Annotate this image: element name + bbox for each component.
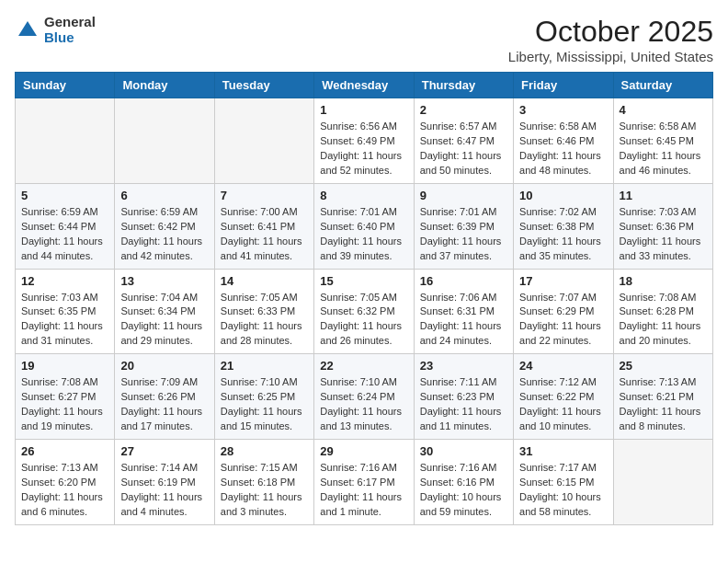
cell-text-line: Daylight: 11 hours and 33 minutes. [620,236,701,261]
calendar-body: 1Sunrise: 6:56 AMSunset: 6:49 PMDaylight… [16,98,713,525]
day-number: 7 [221,189,308,202]
calendar-week-row: 5Sunrise: 6:59 AMSunset: 6:44 PMDaylight… [16,183,713,269]
day-number: 23 [420,359,507,373]
cell-text-line: Sunrise: 6:59 AM [21,206,98,217]
cell-text-line: Daylight: 11 hours and 15 minutes. [221,406,302,431]
day-number: 12 [21,274,108,288]
calendar-cell [115,98,214,184]
cell-text-line: Daylight: 11 hours and 41 minutes. [221,236,302,261]
calendar-cell: 2Sunrise: 6:57 AMSunset: 6:47 PMDaylight… [414,98,513,184]
cell-text-line: Daylight: 11 hours and 44 minutes. [21,236,103,261]
calendar-cell: 11Sunrise: 7:03 AMSunset: 6:36 PMDayligh… [613,183,712,269]
calendar-cell: 21Sunrise: 7:10 AMSunset: 6:25 PMDayligh… [214,354,313,440]
logo-general: General [44,15,96,30]
day-number: 10 [519,189,607,202]
day-number: 13 [120,274,208,288]
cell-text-line: Daylight: 11 hours and 28 minutes. [221,320,302,346]
cell-text-line: Daylight: 11 hours and 50 minutes. [420,150,502,176]
calendar-cell: 3Sunrise: 6:58 AMSunset: 6:46 PMDaylight… [514,98,613,184]
cell-text-line: Sunrise: 6:59 AM [120,206,198,217]
day-number: 24 [519,359,607,373]
day-number: 6 [120,189,208,202]
cell-text-line: Sunrise: 7:11 AM [420,376,497,387]
calendar-cell: 25Sunrise: 7:13 AMSunset: 6:21 PMDayligh… [613,354,712,440]
cell-text-line: Sunset: 6:44 PM [21,221,96,232]
day-number: 22 [320,359,407,373]
day-number: 18 [620,274,707,288]
cell-text-line: Sunrise: 7:16 AM [420,462,497,473]
day-number: 16 [420,274,507,288]
cell-text-line: Sunset: 6:23 PM [420,391,495,402]
day-number: 3 [519,103,607,117]
weekday-header-cell: Monday [115,73,214,98]
cell-text-line: Daylight: 11 hours and 1 minute. [320,491,402,517]
weekday-header-cell: Tuesday [214,73,313,98]
cell-text-line: Sunrise: 7:04 AM [120,292,198,303]
month-title: October 2025 [508,15,713,49]
day-number: 20 [120,359,208,373]
calendar-cell: 24Sunrise: 7:12 AMSunset: 6:22 PMDayligh… [514,354,613,440]
calendar-cell [214,98,313,184]
cell-text-line: Daylight: 11 hours and 52 minutes. [320,150,402,176]
calendar-cell: 1Sunrise: 6:56 AMSunset: 6:49 PMDaylight… [314,98,414,184]
calendar-table: SundayMondayTuesdayWednesdayThursdayFrid… [15,72,713,525]
cell-text-line: Sunrise: 7:05 AM [320,292,397,303]
cell-text-line: Sunset: 6:36 PM [620,221,694,232]
day-number: 15 [320,274,407,288]
cell-text-line: Sunset: 6:33 PM [221,305,295,316]
calendar-cell: 23Sunrise: 7:11 AMSunset: 6:23 PMDayligh… [414,354,513,440]
cell-text-line: Sunrise: 7:08 AM [620,292,697,303]
calendar-week-row: 26Sunrise: 7:13 AMSunset: 6:20 PMDayligh… [16,440,713,525]
day-number: 2 [420,103,507,117]
calendar-cell: 14Sunrise: 7:05 AMSunset: 6:33 PMDayligh… [214,269,313,354]
calendar-cell [613,440,712,525]
day-number: 19 [21,359,108,373]
cell-text-line: Sunset: 6:39 PM [420,221,495,232]
cell-text-line: Sunrise: 7:17 AM [519,462,597,473]
cell-text-line: Sunset: 6:38 PM [519,221,594,232]
cell-text-line: Daylight: 11 hours and 42 minutes. [120,236,202,261]
logo-icon [15,17,40,43]
cell-text-line: Sunset: 6:45 PM [620,135,694,146]
cell-text-line: Daylight: 11 hours and 46 minutes. [620,150,701,176]
cell-text-line: Sunrise: 7:12 AM [519,376,597,387]
cell-text-line: Daylight: 11 hours and 3 minutes. [221,491,302,517]
calendar-cell: 15Sunrise: 7:05 AMSunset: 6:32 PMDayligh… [314,269,414,354]
day-number: 30 [420,444,507,458]
cell-text-line: Sunrise: 7:06 AM [420,292,497,303]
day-number: 8 [320,189,407,202]
calendar-cell: 29Sunrise: 7:16 AMSunset: 6:17 PMDayligh… [314,440,414,525]
cell-text-line: Daylight: 11 hours and 22 minutes. [519,320,601,346]
calendar-cell: 31Sunrise: 7:17 AMSunset: 6:15 PMDayligh… [514,440,613,525]
cell-text-line: Daylight: 11 hours and 10 minutes. [519,406,601,431]
day-number: 28 [221,444,308,458]
calendar-cell: 13Sunrise: 7:04 AMSunset: 6:34 PMDayligh… [115,269,214,354]
weekday-header-cell: Thursday [414,73,513,98]
day-number: 31 [519,444,607,458]
cell-text-line: Sunrise: 7:16 AM [320,462,397,473]
calendar-cell: 10Sunrise: 7:02 AMSunset: 6:38 PMDayligh… [514,183,613,269]
logo-blue: Blue [44,30,96,46]
cell-text-line: Daylight: 11 hours and 20 minutes. [620,320,701,346]
calendar-cell [16,98,115,184]
cell-text-line: Sunrise: 7:09 AM [120,376,198,387]
svg-marker-0 [18,21,37,36]
day-number: 27 [120,444,208,458]
cell-text-line: Daylight: 11 hours and 31 minutes. [21,320,103,346]
logo-text: General Blue [44,15,96,45]
cell-text-line: Sunrise: 7:13 AM [620,376,697,387]
weekday-header-cell: Sunday [16,73,115,98]
cell-text-line: Sunrise: 7:00 AM [221,206,298,217]
cell-text-line: Sunrise: 7:14 AM [120,462,198,473]
cell-text-line: Sunset: 6:19 PM [120,477,195,488]
cell-text-line: Sunrise: 7:08 AM [21,376,98,387]
page-header: General Blue October 2025 Liberty, Missi… [15,15,713,64]
cell-text-line: Sunrise: 7:13 AM [21,462,98,473]
cell-text-line: Daylight: 11 hours and 6 minutes. [21,491,103,517]
weekday-header-cell: Wednesday [314,73,414,98]
cell-text-line: Sunset: 6:15 PM [519,477,594,488]
cell-text-line: Sunset: 6:42 PM [120,221,195,232]
calendar-cell: 28Sunrise: 7:15 AMSunset: 6:18 PMDayligh… [214,440,313,525]
cell-text-line: Sunset: 6:24 PM [320,391,394,402]
calendar-cell: 4Sunrise: 6:58 AMSunset: 6:45 PMDaylight… [613,98,712,184]
